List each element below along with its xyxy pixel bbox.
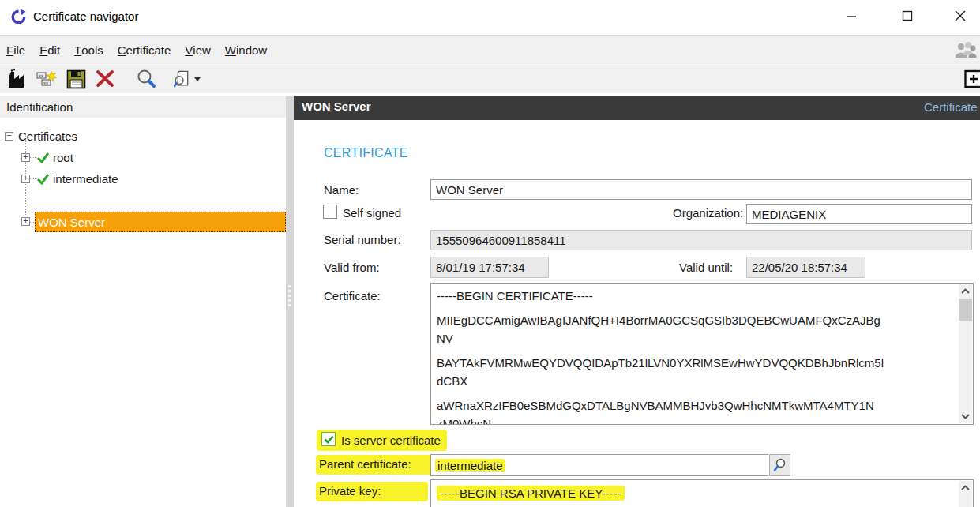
- tree-item-intermediate[interactable]: intermediate: [0, 168, 286, 190]
- title-bar: Certificate navigator: [0, 0, 980, 35]
- certificate-navigator-window: Certificate navigator File Edit Tools Ce…: [0, 0, 980, 507]
- detail-header-right-label: Certificate: [924, 100, 978, 114]
- certificate-detail-panel: WON Server Certificate CERTIFICATE Name:…: [294, 96, 980, 507]
- valid-from-field: 8/01/19 17:57:34: [430, 257, 549, 278]
- certificate-text: -----BEGIN CERTIFICATE----- MIIEgDCCAmig…: [437, 287, 956, 425]
- magnifier-icon: [773, 458, 787, 472]
- collapse-icon[interactable]: [5, 132, 13, 141]
- tree-item-root[interactable]: root: [0, 147, 286, 168]
- menu-certificate[interactable]: Certificate: [111, 36, 178, 64]
- name-input[interactable]: WON Server: [430, 179, 972, 200]
- organization-input[interactable]: MEDIAGENIX: [746, 204, 972, 224]
- tree-item-won-server[interactable]: WON Server: [35, 212, 286, 232]
- people-group-icon: [953, 39, 977, 62]
- valid-until-field: 22/05/20 18:57:34: [746, 257, 865, 278]
- serial-number-field: 15550964600911858411: [430, 230, 972, 250]
- app-icon: [10, 9, 27, 25]
- menu-file[interactable]: File: [0, 36, 32, 64]
- identification-header: Identification: [0, 96, 286, 118]
- self-signed-label: Self signed: [343, 206, 401, 220]
- add-panel-icon[interactable]: [964, 69, 980, 91]
- svg-text:xx: xx: [43, 81, 48, 85]
- new-certificate-icon[interactable]: xx xx: [33, 66, 60, 92]
- private-key-textarea[interactable]: -----BEGIN RSA PRIVATE KEY-----: [430, 479, 974, 507]
- tree-item-won-server-row: [0, 190, 286, 211]
- menu-tools[interactable]: Tools: [67, 36, 111, 64]
- parent-certificate-input[interactable]: intermediate: [430, 454, 768, 476]
- close-button[interactable]: [942, 0, 978, 32]
- scroll-up-icon[interactable]: [959, 284, 972, 298]
- import-icon[interactable]: [4, 66, 31, 92]
- parent-certificate-label: Parent certificate:: [319, 457, 411, 471]
- maximize-button[interactable]: [889, 0, 926, 32]
- tree-item-certificates[interactable]: Certificates: [0, 126, 286, 147]
- expand-icon[interactable]: [21, 175, 30, 183]
- scrollbar-thumb[interactable]: [959, 299, 972, 321]
- certificate-label: Certificate:: [324, 289, 381, 302]
- menu-bar: File Edit Tools Certificate View Window: [0, 35, 980, 64]
- private-key-scrollbar[interactable]: [959, 481, 972, 507]
- private-key-text: -----BEGIN RSA PRIVATE KEY-----: [437, 486, 625, 501]
- window-title: Certificate navigator: [33, 9, 138, 23]
- expand-icon[interactable]: [21, 153, 30, 162]
- valid-until-label: Valid until:: [679, 261, 733, 274]
- valid-from-label: Valid from:: [324, 261, 380, 274]
- private-key-label: Private key:: [319, 484, 381, 498]
- menu-view[interactable]: View: [178, 36, 218, 64]
- name-label: Name:: [324, 183, 359, 197]
- splitter-grip-icon: [288, 285, 291, 309]
- expand-icon[interactable]: [21, 217, 30, 226]
- search-icon[interactable]: [133, 66, 160, 92]
- delete-icon[interactable]: [92, 66, 118, 92]
- minimize-button[interactable]: [833, 0, 869, 32]
- scroll-up-icon[interactable]: [959, 481, 972, 494]
- valid-check-icon: [36, 173, 50, 185]
- search-certificate-icon[interactable]: [174, 66, 201, 92]
- is-server-certificate-checkbox[interactable]: [321, 432, 336, 446]
- detail-title: WON Server: [302, 100, 371, 113]
- chevron-down-icon: [194, 77, 201, 81]
- self-signed-checkbox[interactable]: [323, 205, 337, 219]
- certificate-textarea[interactable]: -----BEGIN CERTIFICATE----- MIIEgDCCAmig…: [430, 283, 974, 425]
- scroll-down-icon[interactable]: [959, 410, 972, 423]
- is-server-certificate-label: Is server certificate: [341, 434, 441, 447]
- menu-window[interactable]: Window: [218, 36, 274, 64]
- save-icon[interactable]: [62, 66, 89, 92]
- checkmark-icon: [324, 435, 334, 444]
- panel-splitter[interactable]: [286, 96, 294, 507]
- parent-certificate-link[interactable]: intermediate: [435, 459, 505, 472]
- section-title: CERTIFICATE: [324, 146, 408, 160]
- certificate-tree: Certificates root intermediate: [0, 119, 286, 507]
- certificate-scrollbar[interactable]: [959, 284, 972, 423]
- valid-check-icon: [36, 152, 50, 163]
- serial-number-label: Serial number:: [324, 233, 401, 246]
- organization-label: Organization:: [673, 206, 743, 220]
- svg-text:xx: xx: [39, 73, 43, 78]
- parent-certificate-lookup-button[interactable]: [769, 454, 790, 476]
- detail-header: WON Server Certificate: [294, 96, 980, 120]
- menu-edit[interactable]: Edit: [32, 36, 67, 64]
- toolbar: xx xx: [0, 64, 980, 95]
- identification-panel: Identification Certificates root: [0, 96, 286, 507]
